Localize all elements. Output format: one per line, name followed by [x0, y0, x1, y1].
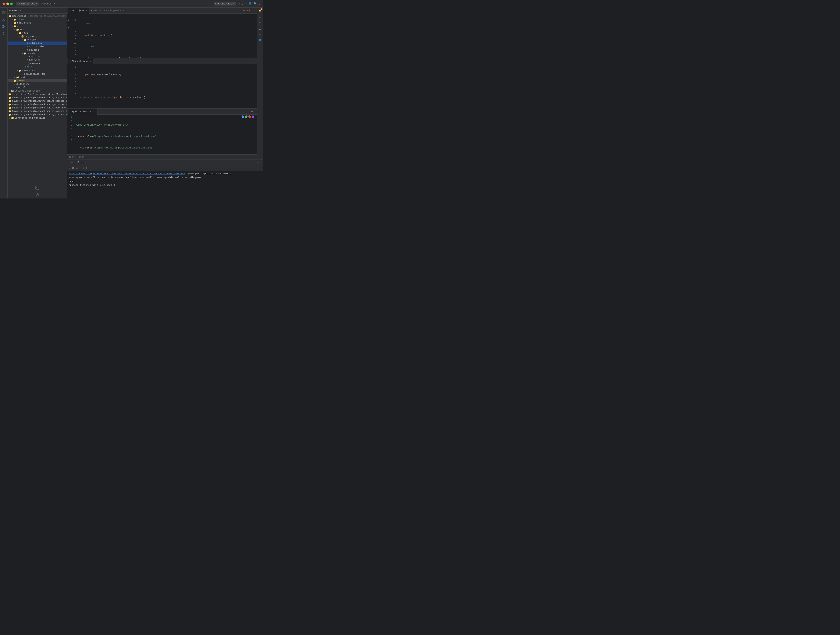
- breadcrumb-beans: beans: [69, 156, 76, 158]
- tab-close-pom[interactable]: ✕: [123, 9, 124, 12]
- collapse-icon[interactable]: −: [252, 9, 254, 12]
- settings-icon[interactable]: ⚙: [259, 2, 260, 6]
- bookmark-icon[interactable]: ≡: [258, 16, 262, 20]
- tab-student-java[interactable]: ☕ Student.java ✕: [68, 58, 93, 64]
- sidebar-icon-bottom-profile[interactable]: [34, 185, 40, 191]
- right-minus-icon[interactable]: −: [258, 20, 262, 25]
- folder-icon-main: 📁: [16, 28, 19, 31]
- tree-item-student[interactable]: C Student: [8, 48, 67, 52]
- folder-icon-java: 📁: [19, 32, 22, 35]
- java-path-link[interactable]: /Users/eve/Library/Java/JavaVirtualMachi…: [69, 172, 185, 175]
- terminal-tab-main[interactable]: Main ✕: [76, 160, 87, 165]
- lib-icon-beans: 📁: [9, 100, 12, 102]
- tree-item-artstudent[interactable]: C ArtStudent: [8, 41, 67, 45]
- more-toolbar-icon[interactable]: ⋯: [88, 166, 91, 170]
- tab-close-appxml[interactable]: ✕: [94, 110, 96, 113]
- tree-item-gitignore[interactable]: ⊘ .gitignore: [8, 82, 67, 86]
- sidebar-icon-project[interactable]: [1, 9, 7, 15]
- tree-item-sportstudent[interactable]: C SportStudent: [8, 45, 67, 48]
- terminal-tab-close[interactable]: ✕: [85, 161, 86, 164]
- tree-item-spring-core[interactable]: ▶ 📁 Maven: org.springframework:spring-co…: [8, 106, 67, 110]
- maximize-button[interactable]: [10, 3, 13, 5]
- expand-icon[interactable]: ⌃: [254, 9, 256, 12]
- terminal-tab-main-label: Main: [77, 161, 83, 164]
- scroll-down-icon[interactable]: ↓: [82, 166, 85, 170]
- tab-appxml[interactable]: ✦ application.xml ✕: [68, 109, 98, 115]
- terminal-tab-run[interactable]: Run: [69, 160, 76, 165]
- terminal-minimize-icon[interactable]: −: [260, 161, 261, 164]
- code-editor-student[interactable]: 8↗ ↗ 1 2: [67, 64, 257, 109]
- close-button[interactable]: [3, 3, 5, 5]
- project-title[interactable]: ST SpringTest ▾: [16, 2, 39, 6]
- tree-item-spring-beans[interactable]: ▶ 📁 Maven: org.springframework:spring-be…: [8, 99, 67, 103]
- filter-icon[interactable]: ⊞: [85, 166, 88, 170]
- tree-item-scratches[interactable]: ▶ 📁 Scratches and Consoles: [8, 116, 67, 120]
- tree-item-idea[interactable]: ▶ 📁 .idea: [8, 18, 67, 21]
- rerun-toolbar-icon[interactable]: ↺: [76, 166, 78, 170]
- people-icon[interactable]: 👥: [258, 38, 262, 42]
- account-icon[interactable]: 👤: [248, 2, 252, 6]
- search-icon[interactable]: ⚙: [242, 2, 243, 6]
- sidebar-icon-run[interactable]: [1, 30, 7, 36]
- tree-item-bservice[interactable]: I BService: [8, 58, 67, 62]
- tab-close-student[interactable]: ✕: [90, 60, 92, 63]
- terminal-line-true: true: [69, 180, 261, 183]
- class-icon-sportstudent: C: [27, 45, 28, 48]
- tree-item-application-xml[interactable]: ✦ application.xml: [8, 72, 67, 76]
- lib-icon-jct: 📁: [9, 113, 12, 116]
- tree-item-service-folder[interactable]: ▼ 📁 service: [8, 52, 67, 55]
- run-toolbar-icon[interactable]: ▶: [68, 166, 71, 170]
- tree-item-aservice[interactable]: I AService: [8, 55, 67, 58]
- file-tree-content[interactable]: ▼ 📁 SpringTest ~/Desktop/CS/JavaEE/2 Jav…: [8, 14, 67, 184]
- sidebar-icon-structure[interactable]: [1, 24, 7, 30]
- tree-item-main-class[interactable]: C Main: [8, 65, 67, 69]
- code-editor-appxml[interactable]: 1 2 3 4 5 6 7 <?xml version="1.0" encodi…: [67, 115, 257, 154]
- tree-item-corretto[interactable]: ▶ 📁 < corretto-17 > /Users/eve/Library/J…: [8, 93, 67, 96]
- tree-item-main[interactable]: ▼ 📁 main: [8, 28, 67, 32]
- tab-main-java[interactable]: ☕ Main.java ✕: [68, 8, 89, 14]
- tree-item-spring-expr[interactable]: ▶ 📁 Maven: org.springframework:spring-ex…: [8, 110, 67, 113]
- tab-more-icon[interactable]: ⋯: [242, 9, 246, 12]
- tab-pom-xml[interactable]: m pom.xml (SpringTest) ✕: [89, 8, 126, 14]
- tab-more-icon-2[interactable]: ⋯: [249, 60, 253, 63]
- settings-icon-right[interactable]: ⚙: [258, 33, 262, 37]
- sidebar-icon-git[interactable]: [1, 17, 7, 23]
- notifications-icon[interactable]: 🔔 1: [258, 8, 262, 13]
- tab-close-main[interactable]: ✕: [86, 9, 87, 12]
- minimize-button[interactable]: [6, 3, 9, 5]
- tree-item-springtest[interactable]: ▶ 📁 SpringTest: [8, 21, 67, 25]
- sidebar-icon-more[interactable]: ···: [1, 39, 7, 45]
- tab-pom-label: pom.xml (SpringTest): [93, 9, 121, 12]
- terminal-line-command: /Users/eve/Library/Java/JavaVirtualMachi…: [69, 172, 261, 180]
- branch-info[interactable]: ⎇ master ▾: [41, 2, 55, 5]
- tree-item-org-example[interactable]: ▼ 📦 org.example: [8, 35, 67, 38]
- run-icon-11[interactable]: ▶: [68, 18, 70, 22]
- find-icon[interactable]: 🔍: [253, 2, 257, 6]
- tree-item-ext-libs[interactable]: ▼ 📚 External Libraries: [8, 89, 67, 93]
- tree-item-entity[interactable]: ▼ 📁 entity: [8, 38, 67, 41]
- tree-item-test[interactable]: ▶ 📁 test: [8, 76, 67, 79]
- maven-icon-right[interactable]: m: [258, 28, 262, 32]
- sidebar-icon-bottom-tools[interactable]: [34, 192, 40, 198]
- tree-item-pomxml[interactable]: m pom.xml: [8, 86, 67, 89]
- terminal-more-icon[interactable]: ⋯: [257, 161, 259, 164]
- terminal-toolbar: ▶ ⏹ ↺ | ↓ ⊞ ⋯: [67, 165, 263, 171]
- tree-item-springtest-root[interactable]: ▼ 📁 SpringTest ~/Desktop/CS/JavaEE/2 Jav…: [8, 14, 67, 18]
- tree-item-spring-context[interactable]: ▶ 📁 Maven: org.springframework:spring-co…: [8, 103, 67, 106]
- run-icon-12[interactable]: ▶: [68, 26, 70, 30]
- more-options-icon[interactable]: ⋯: [245, 2, 247, 6]
- tree-item-java[interactable]: ▼ 📁 java: [8, 32, 67, 35]
- tree-item-target[interactable]: ▶ 📁 target: [8, 79, 67, 82]
- svg-rect-0: [2, 11, 3, 12]
- code-editor-main[interactable]: ▶ ▶ · 11: [67, 14, 257, 58]
- tree-item-src[interactable]: ▼ 📁 src: [8, 25, 67, 28]
- stop-toolbar-icon[interactable]: ⏹: [71, 166, 75, 170]
- tree-item-spring-jct[interactable]: ▶ 📁 Maven: org.springframework:spring-jc…: [8, 113, 67, 116]
- tree-item-service[interactable]: ⓘ Service: [8, 62, 67, 65]
- tree-item-resources[interactable]: ▼ 📁 resources: [8, 69, 67, 72]
- tab-more-icon-3[interactable]: ⋯: [251, 110, 254, 113]
- update-icon[interactable]: ⟳: [238, 2, 240, 6]
- tree-item-spring-aop[interactable]: ▶ 📁 Maven: org.springframework:spring-ao…: [8, 96, 67, 99]
- current-file-button[interactable]: Current File ▾: [213, 2, 236, 6]
- terminal-separator-1: |: [79, 166, 81, 170]
